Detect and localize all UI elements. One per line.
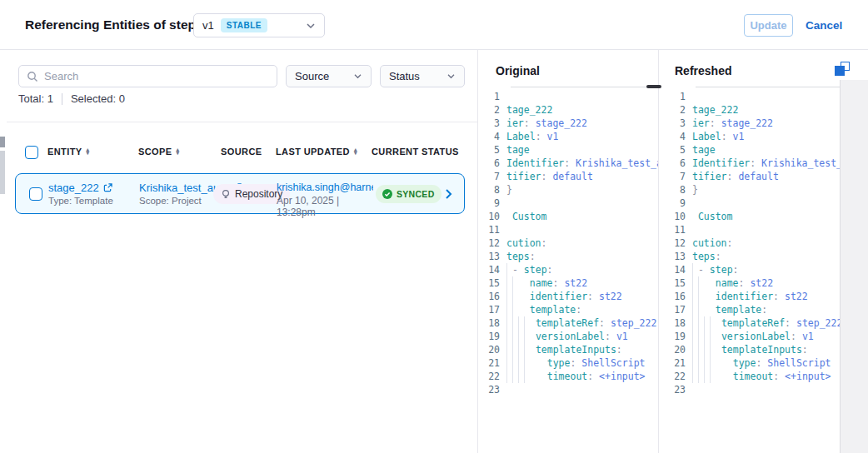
code-line-14: 14- step: bbox=[478, 263, 658, 276]
indent-guide bbox=[692, 303, 698, 316]
last-updated-cell: krishika.singh@harnes... Apr 10, 2025 | … bbox=[277, 182, 373, 218]
code-token: step bbox=[710, 263, 733, 276]
code-token: : bbox=[727, 236, 733, 250]
code-token: - bbox=[698, 263, 710, 276]
code-token: Krishika_test_aut bbox=[576, 157, 658, 170]
code-line-7: 7tifier: default bbox=[478, 170, 658, 183]
code-token: ier bbox=[506, 117, 524, 130]
code-line-21: 21 type: ShellScript bbox=[664, 356, 840, 370]
chevron-right-icon[interactable] bbox=[445, 188, 452, 200]
horizontal-scrollbar-thumb[interactable] bbox=[646, 85, 661, 88]
line-number: 17 bbox=[664, 303, 692, 316]
copy-icon[interactable] bbox=[835, 62, 851, 78]
code-token: : bbox=[785, 316, 796, 330]
refreshed-code-editor[interactable]: 12tage_2223ier: stage_2224Label: v15tage… bbox=[659, 90, 840, 453]
code-line-22: 22 timeout: <+input> bbox=[478, 370, 658, 383]
indent-guide bbox=[704, 316, 710, 330]
column-header-scope[interactable]: SCOPE▴▾ bbox=[138, 147, 179, 157]
code-token: teps bbox=[506, 250, 530, 263]
code-token: ShellScript bbox=[767, 356, 831, 370]
indent-guide bbox=[512, 276, 518, 290]
sort-icon[interactable]: ▴▾ bbox=[177, 148, 180, 156]
indent-guide bbox=[512, 330, 518, 343]
indent-guide bbox=[692, 370, 698, 383]
line-number: 13 bbox=[478, 250, 506, 263]
version-select-value: v1 bbox=[202, 19, 214, 32]
editor-overview-gutter bbox=[841, 80, 868, 453]
code-line-6: 6Identifier: Krishika_test_aut bbox=[478, 157, 658, 170]
code-token: : bbox=[750, 157, 761, 170]
table-row[interactable]: stage_222 Type: Template Krishika_test_a… bbox=[15, 173, 465, 214]
code-token: v1 bbox=[616, 330, 628, 343]
indent-guide bbox=[518, 343, 524, 356]
code-line-2: 2tage_222 bbox=[664, 103, 840, 117]
update-button[interactable]: Update bbox=[744, 14, 793, 37]
code-token: : bbox=[547, 263, 553, 276]
indent-guide bbox=[512, 290, 518, 303]
indent-guide bbox=[518, 316, 524, 330]
code-line-15: 15 name: st22 bbox=[478, 276, 658, 290]
code-token: Custom bbox=[692, 210, 732, 223]
indent-guide bbox=[698, 330, 704, 343]
indent-guide bbox=[704, 330, 710, 343]
line-number: 5 bbox=[664, 143, 692, 157]
external-link-icon[interactable] bbox=[103, 183, 112, 192]
code-token: templateInputs bbox=[530, 343, 616, 356]
code-line-16: 16 identifier: st22 bbox=[664, 290, 840, 303]
code-token: ier bbox=[692, 117, 710, 130]
code-token: default bbox=[738, 170, 778, 183]
code-token: tifier bbox=[506, 170, 541, 183]
code-token: default bbox=[552, 170, 592, 183]
status-filter-dropdown[interactable]: Status bbox=[380, 65, 465, 87]
code-token: : bbox=[536, 130, 547, 143]
updated-at: Apr 10, 2025 | 13:28pm bbox=[277, 195, 373, 218]
code-line-8: 8} bbox=[478, 183, 658, 197]
code-line-13: 13teps: bbox=[664, 250, 840, 263]
indent-guide bbox=[518, 356, 524, 370]
line-number: 2 bbox=[478, 103, 506, 117]
code-token: : bbox=[773, 290, 785, 303]
sort-icon[interactable]: ▴▾ bbox=[87, 148, 90, 156]
entity-link[interactable]: stage_222 bbox=[48, 182, 99, 194]
code-token: : bbox=[530, 250, 536, 263]
table-header: ENTITY▴▾ SCOPE▴▾ SOURCE LAST UPDATED▴▾ C… bbox=[0, 142, 477, 165]
code-token: : bbox=[616, 343, 622, 356]
horizontal-scrollbar[interactable] bbox=[511, 87, 658, 87]
column-header-last-updated[interactable]: LAST UPDATED▴▾ bbox=[276, 147, 357, 157]
indent-guide bbox=[506, 263, 512, 276]
indent-guide bbox=[506, 330, 512, 343]
sort-icon[interactable]: ▴▾ bbox=[354, 148, 357, 156]
status-cell: SYNCED bbox=[376, 185, 441, 203]
search-input[interactable]: Search bbox=[18, 65, 277, 87]
indent-guide bbox=[710, 316, 716, 330]
indent-guide bbox=[704, 370, 710, 383]
code-token: v1 bbox=[732, 130, 744, 143]
source-filter-dropdown[interactable]: Source bbox=[286, 65, 372, 87]
code-token: cution bbox=[692, 236, 727, 250]
row-checkbox[interactable] bbox=[29, 187, 42, 201]
select-all-checkbox[interactable] bbox=[25, 146, 38, 159]
indent-guide bbox=[506, 290, 512, 303]
code-token: teps bbox=[692, 250, 716, 263]
code-line-13: 13teps: bbox=[478, 250, 658, 263]
code-token: : bbox=[605, 330, 616, 343]
entity-cell: stage_222 Type: Template bbox=[48, 182, 113, 206]
line-number: 3 bbox=[478, 117, 506, 130]
version-select[interactable]: v1 STABLE bbox=[193, 13, 325, 37]
code-token: : bbox=[541, 236, 547, 250]
code-line-4: 4Label: v1 bbox=[478, 130, 658, 143]
updated-by-link[interactable]: krishika.singh@harnes... bbox=[277, 182, 373, 193]
indent-guide bbox=[698, 370, 704, 383]
line-number: 19 bbox=[478, 330, 506, 343]
code-token: : bbox=[587, 370, 599, 383]
horizontal-scrollbar[interactable] bbox=[696, 87, 840, 87]
code-line-19: 19 versionLabel: v1 bbox=[664, 330, 840, 343]
original-code-editor[interactable]: 12tage_2223ier: stage_2224Label: v15tage… bbox=[478, 90, 658, 453]
line-number: 18 bbox=[478, 316, 506, 330]
line-number: 20 bbox=[664, 343, 692, 356]
line-number: 21 bbox=[478, 356, 506, 370]
check-circle-icon bbox=[382, 189, 392, 199]
line-number: 11 bbox=[478, 223, 506, 236]
cancel-button[interactable]: Cancel bbox=[806, 19, 842, 32]
column-header-entity[interactable]: ENTITY▴▾ bbox=[47, 147, 89, 157]
